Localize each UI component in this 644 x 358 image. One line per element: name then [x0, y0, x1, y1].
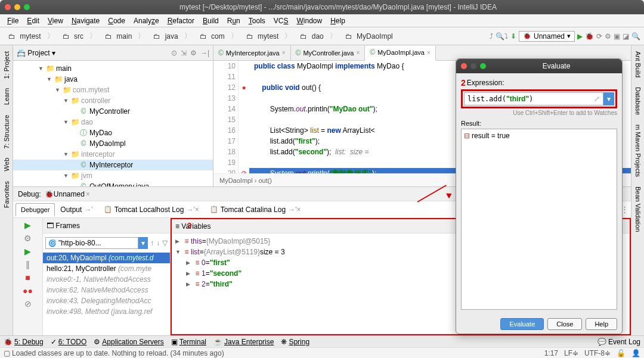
- tree-item[interactable]: ▼📁controller: [13, 95, 213, 106]
- frame-row[interactable]: out:20, MyDaoImpl (com.mytest.d: [43, 253, 170, 263]
- filter-icon[interactable]: ▽: [162, 239, 168, 247]
- menu-run[interactable]: Run: [224, 15, 244, 26]
- frame-row[interactable]: invoke:498, Method (java.lang.ref: [43, 306, 170, 317]
- evaluate-button[interactable]: Evaluate: [500, 318, 544, 330]
- tree-item[interactable]: ▼📁com.mytest: [13, 85, 213, 95]
- help-button[interactable]: Help: [586, 318, 617, 330]
- menu-window[interactable]: Window: [293, 15, 326, 26]
- line-separator[interactable]: LF≑: [564, 349, 578, 357]
- menu-build[interactable]: Build: [199, 15, 222, 26]
- expand-icon[interactable]: ⇲: [181, 49, 187, 57]
- go-to-icon[interactable]: ⤴: [490, 32, 493, 41]
- menu-view[interactable]: View: [44, 15, 67, 26]
- debug-tab-localhost[interactable]: 📋 Tomcat Localhost Log →'×: [98, 203, 205, 217]
- window-controls[interactable]: [5, 4, 30, 10]
- run-config-select[interactable]: 🐞 Unnamed ▾: [519, 31, 575, 42]
- menu-vcs[interactable]: VCS: [270, 15, 292, 26]
- tree-item[interactable]: ©MyInterceptor: [13, 160, 213, 170]
- close-icon[interactable]: ×: [86, 190, 90, 198]
- debug-button[interactable]: 🐞: [585, 32, 594, 41]
- breadcrumb-item[interactable]: 🗀 java: [148, 32, 180, 41]
- tree-item[interactable]: ⒾMyDao: [13, 127, 213, 138]
- search-icon[interactable]: 🔍⤵: [496, 32, 508, 41]
- dialog-controls[interactable]: [461, 63, 486, 69]
- next-frame-icon[interactable]: ↓: [156, 239, 160, 247]
- run-button[interactable]: ▶: [577, 32, 583, 41]
- menu-help[interactable]: Help: [327, 15, 349, 26]
- search-everywhere-icon[interactable]: 🔍: [631, 32, 640, 41]
- debug-tab-output[interactable]: Output →': [55, 203, 98, 217]
- bottom-tab[interactable]: ▣ Terminal: [171, 338, 206, 346]
- collapse-icon[interactable]: ⊙: [171, 49, 177, 57]
- tree-item[interactable]: ▼📁jvm: [13, 170, 213, 181]
- tool-window-tab[interactable]: 1: Project: [2, 48, 11, 82]
- dropdown-icon[interactable]: ▾: [138, 237, 148, 249]
- tree-item[interactable]: ©MyController: [13, 106, 213, 117]
- breadcrumb[interactable]: 🗀 mytest〉🗀 src〉🗀 main〉🗀 java〉🗀 com〉🗀 myt…: [4, 30, 395, 42]
- event-log-tab[interactable]: 💬 Event Log: [597, 338, 640, 346]
- frame-row[interactable]: invoke:62, NativeMethodAccess: [43, 285, 170, 295]
- breadcrumb-item[interactable]: 🗀 src: [58, 32, 86, 41]
- debug-config-name[interactable]: Unnamed: [54, 190, 85, 198]
- breadcrumb-item[interactable]: 🗀 mytest: [242, 32, 281, 41]
- tool-window-tab[interactable]: Web: [2, 154, 11, 175]
- inspector-icon[interactable]: 👤: [631, 349, 640, 357]
- breadcrumb-item[interactable]: 🗀 dao: [295, 32, 326, 41]
- breadcrumb-item[interactable]: 🗀 mytest: [4, 32, 44, 41]
- encoding[interactable]: UTF-8≑: [584, 349, 611, 357]
- toggle-icon[interactable]: ⚙: [24, 234, 32, 243]
- pause-icon[interactable]: ‖: [26, 260, 30, 269]
- bottom-tab[interactable]: ✓ 6: TODO: [51, 338, 87, 346]
- tree-item[interactable]: ©MyDaoImpl: [13, 138, 213, 149]
- editor-tab[interactable]: © MyController.java ×: [291, 45, 366, 60]
- menu-analyze[interactable]: Analyze: [130, 15, 163, 26]
- debug-tab-debugger[interactable]: Debugger: [16, 203, 55, 216]
- tree-item[interactable]: ▼📁main: [13, 63, 213, 74]
- tool-window-tab[interactable]: Bean Validation: [633, 183, 643, 235]
- tool-window-tab[interactable]: Learn: [2, 85, 11, 108]
- breakpoints-icon[interactable]: ●●: [23, 286, 33, 295]
- mute-icon[interactable]: ⊘: [24, 299, 32, 309]
- menu-edit[interactable]: Edit: [23, 15, 43, 26]
- editor-tab[interactable]: © MyInterceptor.java ×: [213, 45, 291, 60]
- tree-item[interactable]: ▼📁java: [13, 74, 213, 85]
- frame-row[interactable]: hello:21, MyController (com.myte: [43, 263, 170, 274]
- bottom-tab[interactable]: ☕ Java Enterprise: [213, 338, 274, 346]
- tree-item[interactable]: ▼📁dao: [13, 117, 213, 127]
- tree-item[interactable]: ©OutOfMemory.java: [13, 181, 213, 186]
- bottom-tab[interactable]: 🐞 5: Debug: [4, 338, 44, 346]
- breadcrumb-item[interactable]: 🗀 MyDaoImpl: [340, 32, 395, 41]
- menu-navigate[interactable]: Navigate: [68, 15, 103, 26]
- lock-icon[interactable]: 🔓: [617, 349, 626, 357]
- project-tab[interactable]: 📇 Project ▾: [17, 49, 55, 57]
- tool-window-tab[interactable]: Ant Build: [633, 48, 643, 81]
- frame-row[interactable]: invoke:43, DelegatingMethodAcc: [43, 295, 170, 306]
- close-button[interactable]: Close: [547, 318, 582, 330]
- prev-frame-icon[interactable]: ↑: [150, 239, 154, 247]
- gear-icon[interactable]: ⚙: [190, 49, 197, 57]
- toolbar-icon[interactable]: ⚙: [605, 32, 611, 41]
- menu-refactor[interactable]: Refactor: [164, 15, 198, 26]
- tree-item[interactable]: ▼📁interceptor: [13, 149, 213, 160]
- expression-input[interactable]: list.add("third")⤢: [464, 92, 603, 105]
- thread-select[interactable]: 🌀 "http-bio-80...: [45, 237, 138, 249]
- breadcrumb-item[interactable]: 🗀 main: [100, 32, 134, 41]
- stop-icon[interactable]: ■: [25, 273, 30, 282]
- menu-tools[interactable]: Tools: [245, 15, 269, 26]
- editor-tab[interactable]: © MyDaoImpl.java ×: [365, 46, 436, 61]
- menu-file[interactable]: File: [4, 15, 22, 26]
- menu-code[interactable]: Code: [104, 15, 129, 26]
- breadcrumb-item[interactable]: 🗀 com: [195, 32, 227, 41]
- bottom-tab[interactable]: ⚙ Application Servers: [94, 338, 163, 346]
- tool-window-tab[interactable]: 7: Structure: [2, 111, 11, 152]
- toolbar-icon[interactable]: ▣: [614, 32, 620, 41]
- toolbar-icon[interactable]: ⟳: [596, 32, 602, 41]
- tool-window-tab[interactable]: m Maven Projects: [633, 121, 643, 180]
- toolbar-icon[interactable]: ◪: [623, 32, 629, 41]
- hide-icon[interactable]: →|: [200, 49, 209, 57]
- tool-window-tab[interactable]: Favorites: [2, 178, 11, 211]
- resume-icon[interactable]: ▶: [24, 247, 31, 256]
- vcs-icon[interactable]: ⬇: [510, 32, 516, 41]
- tool-window-tab[interactable]: Database: [633, 83, 643, 119]
- bottom-tab[interactable]: ❋ Spring: [281, 338, 309, 346]
